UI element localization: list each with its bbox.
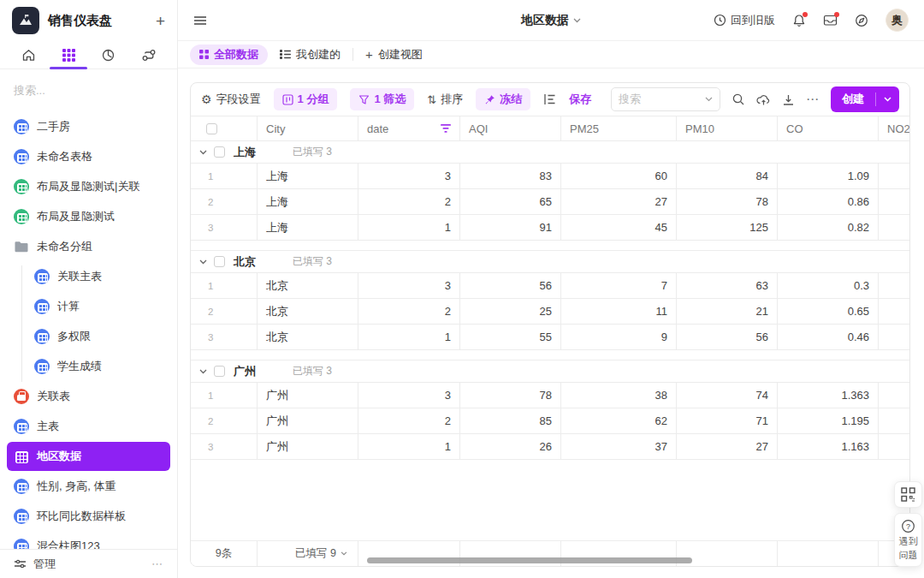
sort-button[interactable]: ⇅ 排序 [427, 92, 463, 107]
sidebar-item-main-table[interactable]: 主表 [7, 412, 170, 441]
column-header-date[interactable]: date [358, 116, 460, 140]
folder-icon [14, 241, 29, 253]
group-checkbox[interactable] [214, 146, 225, 158]
sidebar-item-region-data[interactable]: 地区数据 [7, 442, 170, 471]
tab-automation[interactable] [130, 41, 168, 69]
group-name: 北京 [234, 254, 256, 270]
column-header-pm25[interactable]: PM25 [561, 116, 677, 140]
user-avatar[interactable]: 奥 [886, 9, 909, 32]
column-header-pm10[interactable]: PM10 [677, 116, 778, 140]
column-header-co[interactable]: CO [778, 116, 879, 140]
group-header-row[interactable]: 上海 已填写 3 [191, 141, 909, 164]
hamburger-menu-icon[interactable] [193, 15, 207, 26]
filled-summary[interactable]: 已填写 9 [258, 541, 358, 566]
row-height-icon[interactable] [543, 93, 556, 105]
table-icon [14, 509, 29, 524]
sidebar-item-calc[interactable]: 计算 [7, 292, 170, 321]
table-row: 3上海191451250.82 [191, 215, 909, 241]
create-button[interactable]: 创建 [831, 86, 899, 112]
freeze-button[interactable]: 冻结 [476, 88, 530, 110]
sidebar-item-student-scores[interactable]: 学生成绩 [7, 352, 170, 381]
manage-label[interactable]: 管理 [33, 557, 56, 572]
sidebar-item-linked-table[interactable]: 关联表 [7, 382, 170, 411]
add-node-button[interactable]: + [156, 13, 165, 29]
sidebar-item-layout-test[interactable]: 布局及显隐测试 [7, 202, 170, 231]
column-filter-icon[interactable] [441, 124, 451, 133]
tab-tables[interactable] [50, 41, 87, 69]
back-to-old-version-button[interactable]: 回到旧版 [714, 13, 775, 28]
chevron-down-icon [341, 551, 347, 556]
inbox-icon[interactable] [823, 14, 838, 27]
table-row: 1上海38360841.09 [191, 164, 909, 189]
group-button[interactable]: 1 分组 [274, 88, 338, 110]
sidebar-search-input[interactable]: 搜索... [0, 69, 177, 109]
search-icon[interactable] [732, 92, 745, 106]
sidebar-item-layout-test-linked[interactable]: 布局及显隐测试|关联 [7, 172, 170, 201]
column-header-no2[interactable]: NO2 [879, 116, 910, 140]
table-icon [34, 359, 50, 374]
page-title[interactable]: 地区数据 [521, 13, 581, 28]
table-icon [14, 449, 29, 464]
sidebar-table-list: 二手房 未命名表格 布局及显隐测试|关联 布局及显隐测试 未命名分组 关联主表 … [0, 109, 177, 549]
more-actions-icon[interactable]: ⋯ [806, 92, 820, 107]
table-icon [14, 209, 29, 224]
workspace-logo[interactable] [12, 7, 39, 34]
column-header-aqi[interactable]: AQI [460, 116, 561, 140]
sidebar-item-unnamed-table[interactable]: 未命名表格 [7, 142, 170, 171]
sidebar-item-multi-permission[interactable]: 多权限 [7, 322, 170, 351]
sidebar-item-yoy-sample[interactable]: 环比同比数据样板 [7, 502, 170, 531]
search-input[interactable]: 搜索 [611, 87, 720, 111]
qr-code-button[interactable] [894, 481, 922, 508]
filter-button[interactable]: 1 筛选 [350, 88, 414, 110]
sidebar-item-secondhand-house[interactable]: 二手房 [7, 112, 170, 141]
table-icon [14, 539, 29, 549]
compass-icon[interactable] [855, 14, 868, 27]
sidebar-item-gender-height-weight[interactable]: 性别, 身高, 体重 [7, 472, 170, 501]
table-icon [14, 479, 29, 494]
tab-dashboards[interactable] [90, 41, 127, 69]
view-tab-all-data[interactable]: 全部数据 [190, 45, 268, 65]
chevron-down-icon[interactable] [199, 369, 207, 374]
chevron-down-icon[interactable] [876, 97, 899, 102]
chevron-down-icon[interactable] [199, 259, 207, 265]
table-icon [14, 179, 29, 194]
gear-icon: ⚙ [201, 93, 212, 105]
chevron-down-icon[interactable] [199, 150, 207, 155]
record-count: 9条 [191, 541, 258, 566]
table-row: 3广州12637271.163 [191, 434, 909, 460]
field-settings-button[interactable]: ⚙ 字段设置 [201, 92, 261, 107]
briefcase-icon [14, 389, 29, 404]
select-all-checkbox[interactable] [206, 123, 217, 134]
group-filled-count: 已填写 3 [293, 364, 332, 378]
history-icon [714, 14, 726, 27]
more-icon[interactable]: ⋯ [151, 557, 163, 570]
funnel-icon [358, 94, 370, 105]
group-header-row[interactable]: 广州 已填写 3 [191, 361, 909, 383]
cloud-upload-icon[interactable] [756, 93, 771, 106]
workspace-title: 销售仪表盘 [48, 13, 156, 29]
notification-bell-icon[interactable] [792, 14, 806, 27]
table-icon [14, 119, 29, 134]
create-view-button[interactable]: + 创建视图 [365, 47, 423, 63]
sidebar-item-unnamed-group[interactable]: 未命名分组 [7, 232, 170, 261]
sidebar-item-linked-main-table[interactable]: 关联主表 [7, 262, 170, 291]
save-button[interactable]: 保存 [569, 92, 591, 107]
group-checkbox[interactable] [214, 366, 225, 377]
table-row: 2广州28562711.195 [191, 408, 909, 434]
help-button[interactable]: ? 遇到 问题 [894, 513, 922, 567]
grid-icon [62, 49, 75, 62]
svg-text:?: ? [906, 522, 910, 531]
top-bar: 地区数据 回到旧版 奥 [178, 0, 924, 41]
view-tab-my-created[interactable]: 我创建的 [280, 47, 341, 63]
group-header-row[interactable]: 北京 已填写 3 [191, 251, 909, 273]
column-header-city[interactable]: City [258, 116, 358, 140]
table-row: 2上海26527780.86 [191, 189, 909, 215]
sidebar-footer: 管理 ⋯ [0, 549, 177, 578]
horizontal-scrollbar[interactable] [367, 557, 692, 563]
group-checkbox[interactable] [214, 256, 225, 267]
table-icon [34, 329, 50, 344]
tab-home[interactable] [9, 41, 47, 69]
grid-view-icon [199, 50, 209, 59]
sidebar-item-mixed-bar-123[interactable]: 混合柱图123 [7, 532, 170, 549]
download-icon[interactable] [782, 93, 795, 106]
